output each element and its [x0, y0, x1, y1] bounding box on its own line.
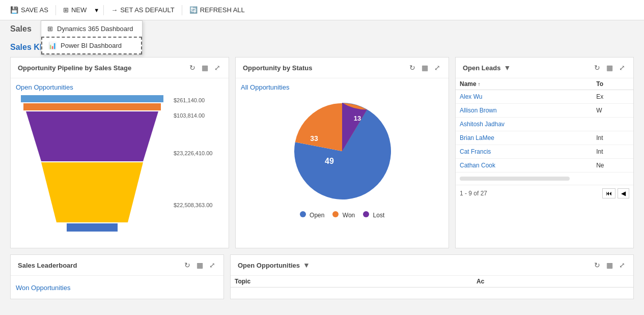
opp-col-ac: Ac	[472, 276, 633, 288]
new-button[interactable]: ⊞ NEW	[58, 3, 92, 17]
leads-title-group: Open Leads ▼	[463, 63, 512, 73]
opp-grid-btn[interactable]: ▦	[605, 260, 614, 270]
pipeline-refresh-btn[interactable]: ↻	[188, 63, 197, 73]
svg-text:13: 13	[354, 114, 361, 122]
lead-link-catfrancis[interactable]: Cat Francis	[460, 148, 491, 155]
refresh-all-button[interactable]: 🔄 REFRESH ALL	[184, 3, 250, 17]
pipeline-title: Opportunity Pipeline by Sales Stage	[18, 64, 131, 72]
lead-link-ashitosh[interactable]: Ashitosh Jadhav	[460, 121, 505, 128]
set-default-button[interactable]: → SET AS DEFAULT	[106, 3, 179, 17]
leaderboard-refresh-btn[interactable]: ↻	[183, 260, 191, 270]
lead-link-cathancook[interactable]: Cathan Cook	[460, 162, 495, 169]
set-default-icon: →	[111, 6, 118, 14]
status-title: Opportunity by Status	[243, 64, 313, 72]
leads-dropdown-btn[interactable]: ▼	[502, 63, 512, 73]
lead-to-brianlamee: Int	[592, 131, 633, 145]
lead-to-cathancook: Ne	[592, 159, 633, 173]
new-chevron-button[interactable]: ▼	[92, 4, 101, 16]
funnel-val-3: $23,226,410.00	[174, 150, 212, 156]
widget-row-2: Sales Leaderboard ↻ ▦ ⤢ Won Opportunitie…	[10, 254, 634, 299]
leads-col-name: Name	[456, 78, 592, 90]
legend-label-won: Won	[343, 212, 355, 219]
lead-link-brianlamee[interactable]: Brian LaMee	[460, 134, 494, 141]
lead-to-allisonbrown: W	[592, 104, 633, 118]
svg-marker-3	[41, 162, 143, 222]
funnel-val-4: $22,508,363.00	[174, 202, 212, 208]
leads-expand-btn[interactable]: ⤢	[618, 63, 626, 73]
leaderboard-grid-btn[interactable]: ▦	[195, 260, 204, 270]
dropdown-item-powerbi[interactable]: 📊 Power BI Dashboard	[41, 37, 142, 54]
svg-rect-4	[67, 223, 118, 232]
opp-title: Open Opportunities	[238, 262, 300, 269]
save-icon: 💾	[10, 6, 18, 14]
divider-2	[103, 5, 104, 15]
legend-won: Won	[332, 211, 355, 219]
status-widget-header: Opportunity by Status ↻ ▦ ⤢	[236, 58, 449, 78]
dashboard: Sales KPIs Opportunity Pipeline by Sales…	[0, 38, 644, 304]
opp-expand-btn[interactable]: ⤢	[618, 260, 626, 270]
pagination-first-btn[interactable]: ⏮	[602, 188, 615, 198]
svg-rect-1	[23, 103, 161, 110]
leads-widget-header: Open Leads ▼ ↻ ▦ ⤢	[456, 58, 633, 78]
legend-open: Open	[300, 211, 325, 219]
pipeline-sub-label: Open Opportunities	[16, 83, 223, 91]
leads-refresh-btn[interactable]: ↻	[593, 63, 601, 73]
leads-scrollbar[interactable]	[460, 177, 570, 181]
pipeline-grid-btn[interactable]: ▦	[201, 63, 209, 73]
pie-legend: Open Won Lost	[300, 211, 385, 219]
save-as-button[interactable]: 💾 SAVE AS	[5, 3, 53, 17]
legend-dot-won	[332, 211, 339, 217]
lead-to-alexwu: Ex	[592, 90, 633, 104]
lead-to-ashitosh	[592, 118, 633, 131]
svg-rect-0	[21, 95, 163, 102]
opp-refresh-btn[interactable]: ↻	[593, 260, 601, 270]
leads-grid-btn[interactable]: ▦	[605, 63, 614, 73]
leaderboard-widget-header: Sales Leaderboard ↻ ▦ ⤢	[11, 255, 223, 276]
pie-chart-wrap: 49 33 13 Open Won	[241, 95, 443, 219]
opp-widget-header: Open Opportunities ▼ ↻ ▦ ⤢	[231, 255, 633, 276]
pie-chart: 49 33 13	[286, 95, 398, 207]
leaderboard-content: Won Opportunities	[11, 276, 223, 299]
divider-3	[182, 5, 182, 15]
new-icon: ⊞	[63, 6, 69, 14]
leaderboard-widget: Sales Leaderboard ↻ ▦ ⤢ Won Opportunitie…	[10, 254, 224, 299]
funnel-val-1: $261,140.00	[174, 97, 212, 103]
legend-lost: Lost	[363, 211, 384, 219]
page-title: Sales	[10, 24, 32, 33]
dynamics-grid-icon: ⊞	[47, 25, 53, 33]
pipeline-expand-btn[interactable]: ⤢	[213, 63, 221, 73]
svg-text:49: 49	[325, 157, 334, 165]
leads-header-icons: ↻ ▦ ⤢	[593, 63, 626, 73]
status-expand-btn[interactable]: ⤢	[433, 63, 441, 73]
lead-link-allisonbrown[interactable]: Allison Brown	[460, 107, 497, 114]
pipeline-widget: Opportunity Pipeline by Sales Stage ↻ ▦ …	[10, 57, 229, 248]
opp-col-topic: Topic	[231, 276, 472, 288]
leads-table: Name To Alex Wu Ex Allison Brown W	[456, 78, 633, 173]
status-grid-btn[interactable]: ▦	[421, 63, 429, 73]
dropdown-item-dynamics[interactable]: ⊞ Dynamics 365 Dashboard	[41, 21, 142, 37]
legend-label-open: Open	[310, 212, 324, 219]
opp-widget: Open Opportunities ▼ ↻ ▦ ⤢ Topic Ac	[230, 254, 634, 299]
widget-row-1: Opportunity Pipeline by Sales Stage ↻ ▦ …	[10, 57, 634, 248]
pipeline-widget-header: Opportunity Pipeline by Sales Stage ↻ ▦ …	[11, 58, 229, 78]
legend-label-lost: Lost	[373, 212, 385, 219]
opp-dropdown-btn[interactable]: ▼	[302, 260, 311, 270]
table-row: Brian LaMee Int	[456, 131, 633, 145]
table-row: Ashitosh Jadhav	[456, 118, 633, 131]
table-row: Allison Brown W	[456, 104, 633, 118]
lead-link-alexwu[interactable]: Alex Wu	[460, 93, 482, 100]
leaderboard-title: Sales Leaderboard	[18, 262, 77, 269]
status-sub-label: All Opportunities	[241, 83, 443, 91]
pagination-prev-btn[interactable]: ◀	[618, 188, 629, 198]
funnel-val-2: $103,814.00	[174, 112, 212, 119]
pagination-text: 1 - 9 of 27	[460, 190, 487, 197]
divider-1	[55, 5, 56, 15]
funnel-chart	[16, 95, 169, 243]
svg-text:33: 33	[310, 134, 318, 142]
leaderboard-expand-btn[interactable]: ⤢	[208, 260, 216, 270]
leads-widget: Open Leads ▼ ↻ ▦ ⤢ Name To	[455, 57, 634, 248]
opp-table: Topic Ac	[231, 276, 633, 288]
leads-content: Name To Alex Wu Ex Allison Brown W	[456, 78, 633, 202]
leaderboard-sub-label: Won Opportunities	[16, 284, 218, 292]
status-refresh-btn[interactable]: ↻	[408, 63, 416, 73]
